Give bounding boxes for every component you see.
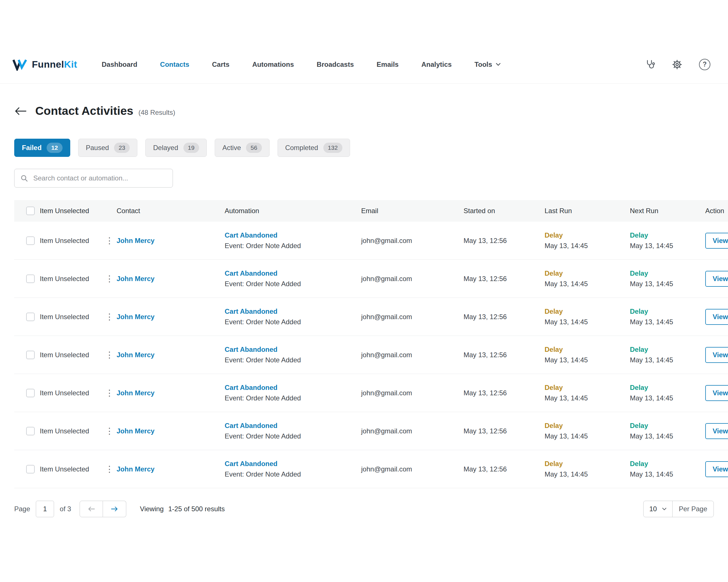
diagnostics-button[interactable] — [644, 59, 655, 70]
search-box — [14, 169, 173, 188]
started-on: May 13, 12:56 — [458, 260, 539, 298]
view-button[interactable]: View — [705, 423, 728, 439]
gear-icon — [672, 59, 682, 70]
funnelkit-logo[interactable]: FunnelKit — [12, 58, 77, 71]
contact-email: john@gmail.com — [356, 298, 458, 336]
row-menu-icon[interactable]: ⋮ — [105, 237, 110, 245]
last-run-time: May 13, 14:45 — [545, 356, 624, 364]
nav-item-tools[interactable]: Tools — [474, 60, 500, 68]
view-button[interactable]: View — [705, 461, 728, 477]
filter-active-label: Active — [223, 144, 241, 152]
nav-item-carts[interactable]: Carts — [212, 60, 230, 68]
row-checkbox[interactable] — [26, 275, 35, 283]
help-button[interactable]: ? — [699, 59, 710, 70]
view-button[interactable]: View — [705, 385, 728, 401]
started-on: May 13, 12:56 — [458, 412, 539, 450]
row-menu-icon[interactable]: ⋮ — [105, 427, 110, 435]
nav-item-broadcasts[interactable]: Broadcasts — [317, 60, 354, 68]
page-number-input[interactable] — [36, 501, 54, 517]
filter-paused-count: 23 — [114, 143, 130, 153]
contact-name-link[interactable]: John Mercy — [116, 389, 154, 397]
row-menu-icon[interactable]: ⋮ — [105, 465, 110, 473]
automation-event: Event: Order Note Added — [225, 356, 355, 364]
filter-paused[interactable]: Paused 23 — [78, 139, 138, 157]
row-select-label: Item Unselected — [40, 275, 89, 283]
column-header-contact: Contact — [100, 200, 219, 222]
filter-failed[interactable]: Failed 12 — [14, 139, 70, 157]
automation-name-link[interactable]: Cart Abandoned — [225, 307, 278, 315]
activity-rows: Item Unselected ⋮ John Mercy Cart Abando… — [14, 222, 728, 488]
next-run-status: Delay — [630, 422, 699, 430]
contact-name-link[interactable]: John Mercy — [116, 465, 154, 473]
next-run-status: Delay — [630, 384, 699, 392]
row-checkbox[interactable] — [26, 427, 35, 435]
row-menu-icon[interactable]: ⋮ — [105, 389, 110, 397]
automation-name-link[interactable]: Cart Abandoned — [225, 422, 278, 429]
row-menu-icon[interactable]: ⋮ — [105, 351, 110, 359]
column-header-action: Action — [700, 200, 728, 222]
page-label: Page — [14, 505, 30, 513]
row-select-label: Item Unselected — [40, 351, 89, 359]
nav-item-emails[interactable]: Emails — [376, 60, 398, 68]
pager-buttons — [80, 501, 126, 517]
contact-name-link[interactable]: John Mercy — [116, 427, 154, 435]
select-all-checkbox[interactable] — [26, 206, 35, 215]
row-menu-icon[interactable]: ⋮ — [105, 313, 110, 321]
results-count: (48 Results) — [138, 106, 175, 116]
view-button[interactable]: View — [705, 271, 728, 287]
view-button[interactable]: View — [705, 309, 728, 325]
automation-event: Event: Order Note Added — [225, 242, 355, 250]
nav-item-automations[interactable]: Automations — [252, 60, 294, 68]
contact-name-link[interactable]: John Mercy — [116, 275, 154, 283]
contact-email: john@gmail.com — [356, 374, 458, 412]
filter-completed[interactable]: Completed 132 — [278, 139, 350, 157]
filter-paused-label: Paused — [86, 144, 109, 152]
automation-name-link[interactable]: Cart Abandoned — [225, 345, 278, 353]
previous-page-button[interactable] — [80, 501, 103, 517]
nav-item-dashboard[interactable]: Dashboard — [102, 60, 137, 68]
last-run-time: May 13, 14:45 — [545, 318, 624, 326]
search-input[interactable] — [33, 174, 167, 183]
next-run-time: May 13, 14:45 — [630, 242, 699, 250]
contact-name-link[interactable]: John Mercy — [116, 351, 154, 359]
filter-delayed-label: Delayed — [153, 144, 178, 152]
contact-name-link[interactable]: John Mercy — [116, 237, 154, 245]
automation-name-link[interactable]: Cart Abandoned — [225, 384, 278, 391]
viewing-label: Viewing — [140, 505, 164, 513]
filter-active-count: 56 — [246, 143, 262, 153]
row-checkbox[interactable] — [26, 389, 35, 397]
main-nav: Dashboard Contacts Carts Automations Bro… — [102, 60, 500, 68]
row-checkbox[interactable] — [26, 313, 35, 321]
row-checkbox[interactable] — [26, 351, 35, 359]
activity-row: Item Unselected ⋮ John Mercy Cart Abando… — [14, 374, 728, 412]
status-filters: Failed 12 Paused 23 Delayed 19 Active 56… — [14, 139, 728, 157]
next-run-status: Delay — [630, 460, 699, 468]
row-menu-icon[interactable]: ⋮ — [105, 275, 110, 283]
view-button[interactable]: View — [705, 347, 728, 363]
next-run-time: May 13, 14:45 — [630, 432, 699, 440]
nav-item-tools-label: Tools — [474, 60, 492, 68]
last-run-status: Delay — [545, 307, 624, 315]
automation-event: Event: Order Note Added — [225, 394, 355, 402]
contact-name-link[interactable]: John Mercy — [116, 313, 154, 321]
filter-failed-count: 12 — [47, 143, 62, 153]
row-checkbox[interactable] — [26, 465, 35, 473]
settings-button[interactable] — [672, 59, 682, 70]
column-header-last-run: Last Run — [539, 200, 624, 222]
view-button[interactable]: View — [705, 233, 728, 249]
per-page-select[interactable]: 10 — [644, 501, 673, 517]
filter-delayed[interactable]: Delayed 19 — [145, 139, 206, 157]
automation-name-link[interactable]: Cart Abandoned — [225, 231, 278, 239]
back-button[interactable] — [14, 106, 27, 116]
nav-item-contacts[interactable]: Contacts — [160, 60, 189, 68]
next-page-button[interactable] — [103, 501, 126, 517]
nav-item-analytics[interactable]: Analytics — [421, 60, 452, 68]
automation-name-link[interactable]: Cart Abandoned — [225, 460, 278, 468]
automation-name-link[interactable]: Cart Abandoned — [225, 269, 278, 277]
last-run-status: Delay — [545, 269, 624, 277]
filter-active[interactable]: Active 56 — [215, 139, 269, 157]
logo-text: FunnelKit — [32, 59, 77, 70]
row-checkbox[interactable] — [26, 237, 35, 245]
started-on: May 13, 12:56 — [458, 222, 539, 260]
chevron-down-icon — [496, 63, 501, 66]
